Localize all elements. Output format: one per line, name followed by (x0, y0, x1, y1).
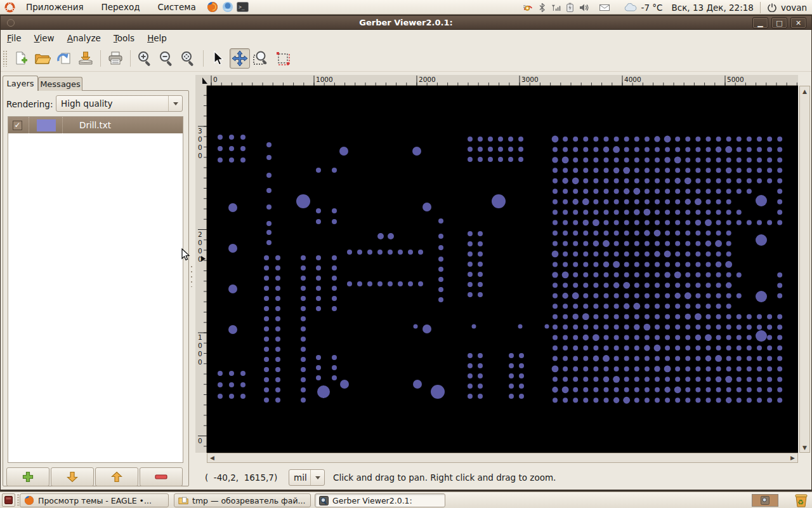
pointer-tool-button[interactable] (208, 48, 228, 69)
open-file-icon (34, 51, 51, 66)
svg-text:♻: ♻ (797, 498, 804, 507)
task-firefox[interactable]: Просмотр темы - EAGLE •... (20, 493, 169, 507)
layer-row[interactable]: ✓ Drill.txt (8, 117, 183, 133)
vertical-ruler: 3000200010000 (195, 86, 207, 453)
menu-view[interactable]: View (28, 31, 61, 45)
measure-icon (275, 50, 291, 67)
zoom-fit-button[interactable] (178, 48, 199, 69)
layer-list[interactable] (8, 116, 183, 463)
task-label: Просмотр темы - EAGLE •... (38, 496, 152, 505)
firefox-icon (207, 1, 218, 13)
task-label: tmp — обозреватель фай... (192, 496, 305, 505)
zoom-fit-icon (180, 50, 197, 67)
column-divider (62, 117, 63, 133)
svg-text:0: 0 (198, 135, 202, 143)
rendering-label: Rendering: (6, 99, 53, 109)
menu-help[interactable]: Help (141, 31, 173, 45)
pan-tool-button[interactable] (230, 48, 250, 69)
horizontal-ruler-ticks: 010002000300040005000 (207, 75, 798, 86)
print-icon (107, 51, 124, 66)
zoom-region-tool-button[interactable] (251, 48, 272, 69)
scroll-down-arrow[interactable]: ▼ (800, 443, 809, 451)
maximize-button[interactable]: □ (771, 17, 787, 29)
units-value: mil (289, 472, 310, 483)
pointer-icon (212, 51, 225, 66)
arrow-up-icon (111, 471, 122, 483)
menu-analyze[interactable]: Analyze (61, 31, 107, 45)
move-layer-down-button[interactable] (51, 467, 94, 486)
scroll-up-arrow[interactable]: ▲ (800, 87, 809, 95)
save-button[interactable] (75, 48, 96, 69)
task-file-manager[interactable]: tmp — обозреватель фай... (174, 493, 311, 507)
remove-layer-button[interactable] (140, 467, 183, 486)
volume-icon[interactable] (579, 3, 589, 13)
tab-layers-label: Layers (6, 79, 34, 88)
places-menu[interactable]: Переход (93, 0, 149, 15)
measure-tool-button[interactable] (273, 48, 293, 69)
rendering-select[interactable]: High quality (56, 95, 183, 112)
panel-clock[interactable]: Вск, 13 Дек, 22:18 (672, 3, 754, 13)
zoom-out-icon (159, 50, 175, 67)
ubuntu-logo-icon[interactable] (3, 1, 16, 13)
revert-button[interactable] (54, 48, 74, 69)
zoom-in-button[interactable] (135, 48, 155, 69)
system-menu[interactable]: Система (149, 0, 205, 15)
panel-splitter[interactable] (190, 265, 195, 287)
workspace-switcher[interactable] (752, 494, 778, 507)
horizontal-scrollbar[interactable]: ◀ ▶ (207, 453, 798, 463)
mouse-cursor (181, 248, 190, 261)
applications-menu[interactable]: Приложения (17, 0, 93, 15)
menu-tools[interactable]: Tools (107, 31, 141, 45)
tab-layers[interactable]: Layers (3, 76, 38, 91)
horizontal-ruler: 010002000300040005000 (207, 75, 798, 86)
bluetooth-icon[interactable] (537, 3, 547, 13)
weather-cloud-icon[interactable] (624, 3, 638, 13)
signal-strength-icon[interactable] (551, 3, 561, 13)
add-layer-button[interactable] (6, 467, 49, 486)
menubar: File View Analyze Tools Help (1, 30, 811, 46)
chevron-down-icon (310, 470, 324, 485)
svg-text:1: 1 (198, 333, 202, 341)
modem-icon[interactable] (523, 3, 534, 13)
web-browser-launcher[interactable] (221, 1, 234, 13)
open-file-button[interactable] (32, 48, 53, 69)
window-list-button[interactable] (2, 493, 15, 507)
toolbar-handle[interactable] (3, 50, 8, 67)
svg-text:2: 2 (198, 231, 202, 238)
svg-text:0: 0 (198, 152, 202, 159)
scroll-right-arrow[interactable]: ▶ (789, 453, 797, 462)
mail-icon[interactable] (599, 3, 610, 13)
rendering-value: High quality (56, 98, 168, 109)
terminal-launcher[interactable]: >_ (237, 1, 249, 13)
minimize-button[interactable]: ▁ (752, 17, 768, 29)
close-button[interactable]: ✕ (790, 17, 806, 29)
task-gerber-viewer[interactable]: Gerber Viewer2.0.1: (315, 493, 445, 507)
folder-icon (178, 496, 188, 505)
battery-icon[interactable] (565, 3, 575, 13)
gerber-viewer-icon (319, 496, 329, 505)
tab-messages[interactable]: Messages (38, 77, 82, 91)
layer-name: Drill.txt (79, 120, 111, 130)
zoom-region-icon (252, 50, 270, 67)
menu-file[interactable]: File (1, 31, 28, 45)
move-layer-up-button[interactable] (95, 467, 138, 486)
print-button[interactable] (105, 48, 126, 69)
gerber-canvas[interactable] (207, 86, 798, 453)
weather-temp[interactable]: -7 °C (641, 3, 663, 13)
new-file-button[interactable] (11, 48, 31, 69)
user-menu[interactable]: vovan (781, 3, 807, 13)
trash-icon[interactable]: ♻ (793, 492, 809, 507)
svg-text:0: 0 (198, 358, 202, 366)
units-select[interactable]: mil (289, 469, 325, 486)
titlebar[interactable]: Gerber Viewer2.0.1: ▁ □ ✕ (1, 16, 811, 30)
power-icon[interactable] (767, 3, 777, 13)
desktop-top-panel: Приложения Переход Система >_ (0, 0, 812, 15)
layer-visibility-checkbox[interactable]: ✓ (13, 121, 22, 130)
zoom-out-button[interactable] (157, 48, 177, 69)
scroll-left-arrow[interactable]: ◀ (208, 453, 216, 462)
vertical-ruler-ticks: 3000200010000 (195, 86, 207, 453)
save-icon (77, 51, 94, 66)
firefox-launcher[interactable] (206, 1, 219, 13)
vertical-scrollbar[interactable]: ▲ ▼ (799, 86, 810, 453)
terminal-icon: >_ (237, 2, 249, 12)
